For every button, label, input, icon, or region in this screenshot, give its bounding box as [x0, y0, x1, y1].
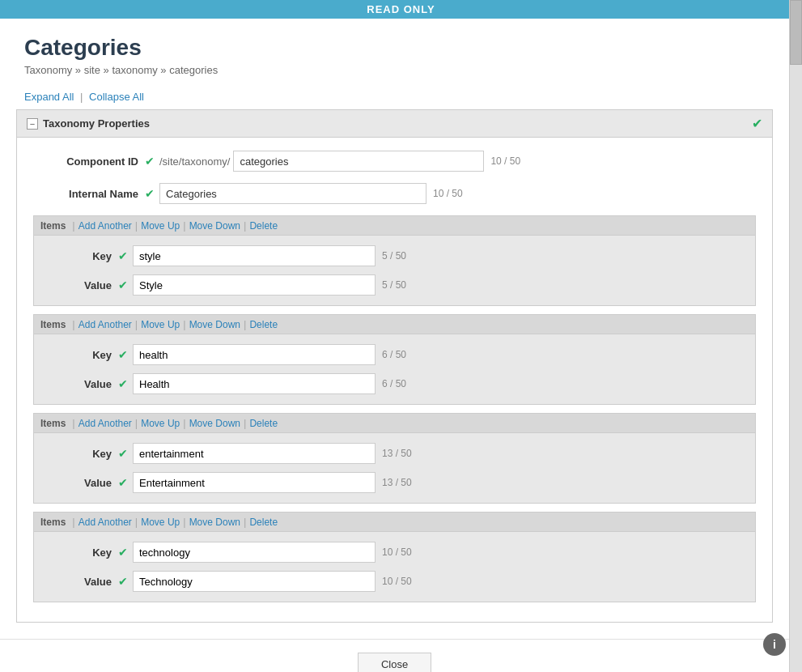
value-row-4: Value ✔ 10 / 50 [47, 571, 742, 592]
key-input-1[interactable] [133, 245, 376, 266]
key-row-3: Key ✔ 13 / 50 [47, 443, 742, 464]
items-label-4: Items [40, 517, 66, 528]
value-check-icon-2: ✔ [118, 377, 128, 390]
delete-link-1[interactable]: Delete [249, 220, 278, 232]
key-label-3: Key [47, 448, 112, 460]
key-char-count-2: 6 / 50 [382, 349, 406, 360]
expand-all-link[interactable]: Expand All [24, 91, 74, 103]
key-label-1: Key [47, 250, 112, 262]
panel-title: Taxonomy Properties [43, 117, 150, 130]
items-label-2: Items [40, 319, 66, 330]
collapse-all-link[interactable]: Collapse All [89, 91, 144, 103]
move-up-link-3[interactable]: Move Up [141, 418, 180, 429]
value-char-count-1: 5 / 50 [382, 279, 406, 291]
internal-name-check-icon: ✔ [145, 187, 155, 200]
close-button[interactable]: Close [358, 653, 431, 672]
key-input-2[interactable] [133, 344, 376, 365]
component-id-label: Component ID [33, 155, 138, 168]
internal-name-label: Internal Name [33, 188, 138, 200]
move-up-link-4[interactable]: Move Up [141, 517, 180, 528]
items-body-3: Key ✔ 13 / 50 Value ✔ 13 / 50 [34, 433, 755, 503]
add-another-link-2[interactable]: Add Another [79, 319, 132, 330]
items-toolbar-2: Items | Add Another | Move Up | Move Dow… [34, 315, 755, 334]
toolbar-separator: | [80, 91, 83, 103]
value-check-icon-3: ✔ [118, 476, 128, 489]
value-input-4[interactable] [133, 571, 376, 592]
move-up-link-1[interactable]: Move Up [141, 220, 180, 232]
key-input-4[interactable] [133, 542, 376, 563]
move-down-link-4[interactable]: Move Down [189, 517, 240, 528]
value-char-count-4: 10 / 50 [382, 576, 412, 587]
component-id-input[interactable] [233, 151, 484, 172]
value-row-1: Value ✔ 5 / 50 [47, 274, 742, 296]
value-input-3[interactable] [133, 472, 376, 493]
items-label-3: Items [40, 418, 66, 429]
key-label-2: Key [47, 349, 112, 361]
move-up-link-2[interactable]: Move Up [141, 319, 180, 330]
collapse-icon[interactable]: − [27, 118, 38, 130]
add-another-link-4[interactable]: Add Another [79, 517, 132, 528]
delete-link-3[interactable]: Delete [249, 418, 278, 429]
value-check-icon-4: ✔ [118, 575, 128, 588]
key-row-4: Key ✔ 10 / 50 [47, 542, 742, 563]
items-toolbar-1: Items | Add Another | Move Up | Move Dow… [34, 216, 755, 236]
page-header: Categories Taxonomy » site » taxonomy » … [0, 19, 789, 84]
items-block-1: Items | Add Another | Move Up | Move Dow… [33, 215, 756, 306]
key-check-icon-4: ✔ [118, 546, 128, 559]
items-block-4: Items | Add Another | Move Up | Move Dow… [33, 512, 756, 602]
key-char-count-1: 5 / 50 [382, 250, 406, 262]
items-block-3: Items | Add Another | Move Up | Move Dow… [33, 413, 756, 504]
page-title: Categories [24, 35, 765, 61]
value-char-count-2: 6 / 50 [382, 378, 406, 389]
value-check-icon-1: ✔ [118, 279, 128, 291]
value-input-2[interactable] [133, 373, 376, 394]
footer-bar: Close [0, 639, 789, 672]
key-char-count-4: 10 / 50 [382, 547, 412, 558]
taxonomy-properties-panel: − Taxonomy Properties ✔ Component ID ✔ /… [16, 109, 773, 623]
component-id-prefix: /site/taxonomy/ [159, 155, 230, 168]
delete-link-2[interactable]: Delete [249, 319, 278, 330]
move-down-link-2[interactable]: Move Down [189, 319, 240, 330]
component-id-check-icon: ✔ [145, 155, 155, 168]
internal-name-input[interactable] [159, 183, 426, 204]
info-icon: i [773, 638, 776, 651]
value-char-count-3: 13 / 50 [382, 477, 412, 488]
items-body-4: Key ✔ 10 / 50 Value ✔ 10 / 50 [34, 532, 755, 602]
delete-link-4[interactable]: Delete [249, 517, 278, 528]
internal-name-row: Internal Name ✔ 10 / 50 [33, 183, 756, 204]
add-another-link-1[interactable]: Add Another [79, 220, 132, 232]
component-id-row: Component ID ✔ /site/taxonomy/ 10 / 50 [33, 151, 756, 172]
value-label-1: Value [47, 279, 112, 291]
items-body-1: Key ✔ 5 / 50 Value ✔ 5 / 50 [34, 236, 755, 305]
value-label-4: Value [47, 576, 112, 588]
info-icon-button[interactable]: i [763, 633, 786, 656]
items-label-1: Items [40, 220, 66, 232]
read-only-bar: READ ONLY [0, 0, 802, 19]
move-down-link-3[interactable]: Move Down [189, 418, 240, 429]
move-down-link-1[interactable]: Move Down [189, 220, 240, 232]
key-check-icon-1: ✔ [118, 249, 128, 262]
expand-collapse-toolbar: Expand All | Collapse All [0, 84, 789, 109]
value-input-1[interactable] [133, 274, 376, 296]
scrollbar-track[interactable] [789, 0, 802, 672]
key-row-1: Key ✔ 5 / 50 [47, 245, 742, 266]
main-content: Categories Taxonomy » site » taxonomy » … [0, 19, 789, 672]
items-body-2: Key ✔ 6 / 50 Value ✔ 6 / 50 [34, 334, 755, 404]
component-id-char-count: 10 / 50 [490, 155, 520, 167]
breadcrumb: Taxonomy » site » taxonomy » categories [24, 64, 765, 76]
key-input-3[interactable] [133, 443, 376, 464]
panel-header-left: − Taxonomy Properties [27, 117, 150, 130]
items-toolbar-3: Items | Add Another | Move Up | Move Dow… [34, 414, 755, 433]
key-label-4: Key [47, 547, 112, 559]
items-block-2: Items | Add Another | Move Up | Move Dow… [33, 314, 756, 405]
key-char-count-3: 13 / 50 [382, 448, 412, 459]
add-another-link-3[interactable]: Add Another [79, 418, 132, 429]
panel-body: Component ID ✔ /site/taxonomy/ 10 / 50 I… [17, 138, 772, 622]
panel-valid-icon: ✔ [752, 116, 762, 131]
scrollbar-thumb[interactable] [790, 0, 802, 65]
value-row-2: Value ✔ 6 / 50 [47, 373, 742, 394]
key-row-2: Key ✔ 6 / 50 [47, 344, 742, 365]
value-label-3: Value [47, 477, 112, 489]
items-container: Items | Add Another | Move Up | Move Dow… [33, 215, 756, 602]
panel-header: − Taxonomy Properties ✔ [17, 110, 772, 138]
